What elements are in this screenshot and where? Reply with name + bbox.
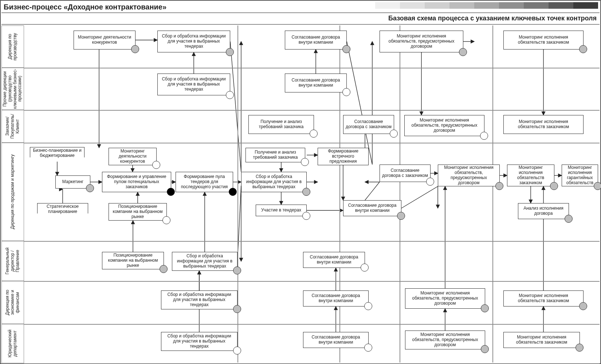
control-point-icon: [301, 158, 309, 166]
process-node: Получение и анализ требований заказчика: [248, 115, 314, 134]
control-point-icon: [342, 45, 350, 53]
lane-header-production: Дирекция по производству: [1, 25, 24, 68]
process-node: Согласование договора внутри компании: [303, 332, 369, 348]
control-point-icon: [459, 48, 467, 56]
control-point-icon: [226, 91, 234, 99]
control-point-icon: [233, 347, 241, 355]
control-point-icon: [131, 45, 139, 53]
lane-divider: [1, 110, 600, 111]
control-point-icon: [481, 304, 489, 312]
process-node: Мониторинг исполнения обязательств, пред…: [405, 331, 485, 349]
diagram-root: Бизнес-процесс «Доходное контрактование»…: [0, 0, 601, 364]
control-point-icon: [579, 45, 587, 53]
process-node: Формирование встречного предложения: [318, 148, 369, 165]
process-node: Мониторинг деятельности конкурентов: [109, 148, 157, 165]
control-point-icon: [364, 302, 372, 310]
process-node: Согласование договора с заказчиком: [343, 115, 394, 134]
process-node: Мониторинг исполнения обязательств заказ…: [503, 290, 584, 306]
process-node: Позиционирование компании на выбранном р…: [109, 203, 167, 221]
lane-label: Генеральный директор / Правление: [5, 241, 20, 281]
process-node: Согласование договора внутри компании: [303, 252, 365, 268]
control-point-icon: [426, 178, 434, 186]
process-node: Согласование договора внутри компании: [285, 31, 347, 50]
lane-header-other: Прочие дирекции (руководство ключевыми б…: [1, 68, 24, 110]
control-point-icon: [576, 344, 584, 352]
process-node: Анализ исполнения договора: [518, 203, 569, 219]
phase-divider: [492, 25, 493, 363]
control-point-icon: [361, 264, 369, 272]
process-node: Мониторинг исполнения обязательств заказ…: [503, 332, 580, 348]
lane-header-customer: Заказчик/ Покупатель/ Клиент: [1, 110, 24, 143]
process-node: Мониторинг исполнения обязательств заказ…: [503, 115, 584, 134]
lane-header-legal: Юридический департамент: [1, 324, 24, 363]
control-point-icon: [302, 188, 310, 196]
process-node: Сбор и обработка информации для участия …: [157, 74, 230, 95]
process-node: Формирование и управление пулом потенциа…: [102, 172, 171, 192]
lane-label: Дирекция по экономике и финансам: [5, 281, 20, 324]
control-point-icon: [565, 215, 573, 223]
control-point-icon: [364, 344, 372, 352]
page-subtitle: Базовая схема процесса с указанием ключе…: [388, 15, 597, 22]
control-point-icon: [397, 212, 405, 220]
control-point-icon: [342, 88, 350, 96]
control-point-icon: [233, 305, 241, 313]
process-node: Мониторинг исполнения обязательств, пред…: [405, 288, 485, 309]
lane-header-ceo: Генеральный директор / Правление: [1, 241, 24, 281]
control-point-icon: [390, 130, 398, 138]
process-node: Получение и анализ требований заказчика: [245, 148, 305, 162]
control-point-icon: [86, 184, 94, 192]
lane-label: Прочие дирекции (руководство ключевыми б…: [3, 68, 23, 110]
control-point-icon: [579, 302, 587, 310]
control-point-icon: [152, 161, 160, 169]
process-node: Сбор и обработка информации для участия …: [161, 290, 237, 309]
process-node: Мониторинг исполнения гарантийных обязат…: [562, 165, 598, 186]
process-node: Сбор и обработка информации для участия …: [161, 332, 237, 351]
lane-header-sales: Дирекция по продажам и маркетингу: [1, 143, 24, 241]
page-title: Бизнес-процесс «Доходное контрактование»: [4, 3, 166, 11]
process-node: Мониторинг исполнения обязательств заказ…: [503, 31, 584, 50]
control-point-icon: [310, 130, 318, 138]
lane-label: Юридический департамент: [8, 324, 18, 363]
control-point-icon: [160, 265, 168, 273]
lane-divider: [1, 241, 600, 242]
control-point-icon: [481, 345, 489, 353]
rule: [1, 24, 600, 25]
process-node: Позиционирование компании на выбранном р…: [102, 252, 164, 269]
process-node: Мониторинг исполнения обязательств, пред…: [404, 115, 484, 136]
control-point-icon: [162, 216, 170, 224]
lane-divider: [1, 143, 600, 143]
control-point-icon: [594, 182, 601, 190]
phase-divider: [400, 25, 400, 363]
control-point-icon: [550, 182, 558, 190]
control-point-icon: [226, 48, 234, 56]
process-node: Маркетинг: [55, 175, 90, 189]
process-node: Сбор и обработка информации для участия …: [172, 252, 237, 271]
process-node: Сбор и обработка информации для участия …: [241, 172, 307, 192]
lane-label: Дирекция по продажам и маркетингу: [10, 154, 15, 229]
control-point-icon: [495, 182, 503, 190]
control-point-icon: [229, 188, 237, 196]
lane-divider: [1, 324, 600, 325]
lane-header-finance: Дирекция по экономике и финансам: [1, 281, 24, 324]
process-node: Согласование договора внутри компании: [343, 200, 401, 216]
shade-strip: [375, 2, 598, 9]
process-node: Формирование пула тендеров для последующ…: [176, 172, 233, 192]
lane-divider: [1, 281, 600, 282]
process-node: Мониторинг деятельности конкурентов: [74, 31, 135, 50]
process-node: Бизнес-планирование и бюджетирование: [30, 147, 85, 162]
process-node: Мониторинг исполнения обязательств заказ…: [507, 165, 554, 186]
process-node: Согласование договора внутри компании: [285, 74, 347, 92]
lane-label: Дирекция по производству: [8, 26, 18, 67]
rule: [1, 12, 600, 13]
control-point-icon: [480, 132, 488, 140]
lane-divider: [1, 68, 600, 68]
process-node: Мониторинг исполнения обязательств, пред…: [380, 31, 463, 52]
process-node: Согласование договора внутри компании: [303, 290, 369, 306]
lane-label: Заказчик/ Покупатель/ Клиент: [5, 110, 20, 142]
process-node: Участие в тендерах: [256, 205, 307, 216]
control-point-icon: [233, 266, 241, 274]
process-node: Стратегическое планирование: [37, 203, 88, 218]
control-point-icon: [167, 188, 175, 196]
control-point-icon: [302, 212, 310, 220]
process-node: Мониторинг исполнения обязательств, пред…: [438, 165, 500, 186]
